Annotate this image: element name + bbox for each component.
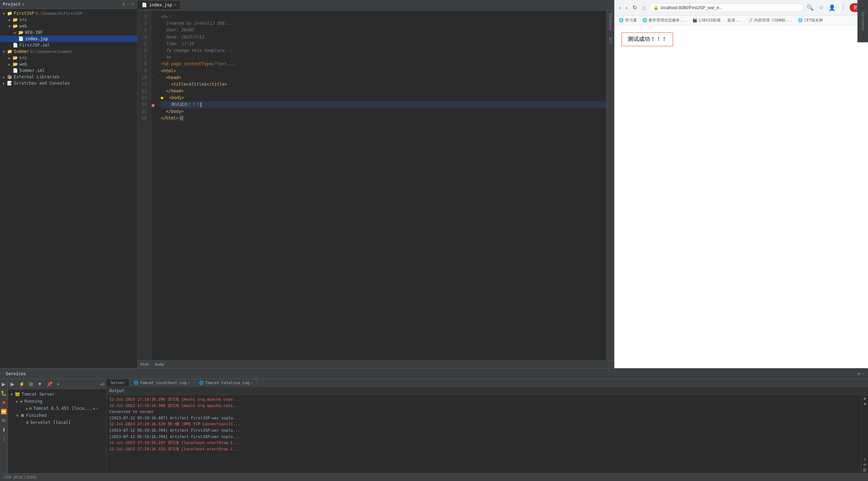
svc-label: Finished (26, 413, 47, 418)
database-side-tab[interactable]: Database (609, 12, 612, 32)
code-line-5: Time: 17:10 (161, 41, 610, 47)
tab-close-icon[interactable]: ✕ (174, 3, 176, 7)
fold-btn-12[interactable]: — (152, 96, 154, 100)
line-numbers: 1 2 3 4 5 6 7 8 9 10 11 12 13 14 15 16 (137, 11, 152, 360)
svc-add-btn[interactable]: + (55, 380, 61, 388)
lib-icon: 📚 (7, 74, 12, 79)
localhost-tab-close[interactable]: ✕ (188, 381, 190, 385)
folder-icon: 📂 (13, 24, 18, 29)
tree-item-web1[interactable]: ▼ 📂 web (0, 23, 137, 29)
address-bar[interactable]: 🔒 localhost:8080/FirstJSP_war_e... (649, 4, 803, 12)
services-settings-icon[interactable]: ⚙ (857, 371, 860, 376)
expand-icon[interactable]: + (132, 2, 134, 7)
bookmark-teaching[interactable]: 🌐 教学管理信息服务... (641, 17, 688, 24)
settings-icon[interactable]: ⚙ (122, 2, 125, 7)
log-line-7: [2023-07-12 05:19:16,704] Artifact First… (109, 434, 858, 440)
wrap-btn[interactable]: ⇄ (863, 463, 867, 467)
log-line-8: 12-Jul-2023 17:19:26.297 淇℃伅 [localhost-… (109, 440, 858, 446)
code-area[interactable]: <%-- Created by IntelliJ IDE... User: 26… (157, 11, 614, 360)
collapse-icon[interactable]: — (127, 2, 130, 7)
stop-btn[interactable]: ■ (1, 399, 6, 406)
tree-item-web2[interactable]: ▶ 📂 web (0, 61, 137, 67)
browser-profile-btn[interactable]: 👤 (827, 4, 837, 12)
breakpoint-dot[interactable]: ● (152, 102, 154, 108)
deploy-btn[interactable]: ⬆ (0, 426, 7, 433)
tree-item-firstjsp[interactable]: ▼ 📁 FirstJSP D:\Ideawork\FirstJSP (0, 10, 137, 17)
svc-tomcat-instance[interactable]: ▶ ⚙ Tomcat 8.5.451 [loca... ▶ ↑ (8, 405, 106, 412)
svc-group-btn[interactable]: ⊞ (27, 380, 35, 388)
tree-item-src2[interactable]: ▶ 📂 src (0, 55, 137, 61)
log-tab-server[interactable]: Server (106, 379, 129, 386)
browser-home-btn[interactable]: ⌂ (641, 4, 647, 12)
breadcrumb-html[interactable]: html (140, 362, 150, 367)
scroll-up-btn[interactable]: ▲ (863, 396, 867, 401)
more-btn[interactable]: ⋮ (0, 436, 8, 443)
code-line-14: 测试成功！！！ (161, 101, 610, 108)
code-line-6: To change this template... (161, 47, 610, 54)
debug-btn[interactable]: 🐛 (0, 390, 8, 397)
clear-log-btn[interactable]: 🗑 (863, 468, 867, 473)
browser-back-btn[interactable]: ‹ (617, 4, 622, 12)
browser-bookmark-btn[interactable]: ☆ (817, 4, 825, 12)
globe-icon3: 🌐 (798, 18, 803, 23)
tree-item-firstjspiml[interactable]: 📄 FirstJSP.iml (0, 42, 137, 48)
reload-btn[interactable]: ↻ (0, 417, 7, 424)
svc-servelet[interactable]: ⚙ Servelet [local] (8, 419, 106, 426)
browser-reload-btn[interactable]: ↻ (631, 4, 638, 12)
scroll-down-btn[interactable]: ▼ (863, 402, 867, 407)
tree-item-summer[interactable]: ▼ 📁 Summer D:\Ideawork\Summer (0, 48, 137, 55)
scroll-to-end-btn[interactable]: ⤓ (863, 457, 867, 462)
browser-search-btn[interactable]: 🔍 (805, 4, 815, 12)
tree-item-summeriml[interactable]: 📄 Summer.iml (0, 67, 137, 74)
bookmark-xuexitong[interactable]: 🌐 学习通 (617, 17, 638, 24)
resume-btn[interactable]: ⏩ (0, 408, 8, 415)
fold-btn-7[interactable]: — (152, 52, 154, 56)
bookmark-csdn[interactable]: 📝 内容管理-CSDN创... (746, 17, 794, 24)
fold-btn-10[interactable]: — (152, 81, 154, 85)
catalina-tab-close[interactable]: ✕ (251, 381, 252, 385)
svc-all-btn[interactable]: ⚡ (17, 380, 26, 388)
log-tabs: Server 🌐 Tomcat Localhost Log ✕ 🌐 Tomcat… (106, 379, 868, 387)
log-line-1: 12-Jul-2023 17:19:16.296 淇℃伅 [main] org.… (109, 396, 858, 403)
editor-tab-indexjsp[interactable]: 📄 index.jsp ✕ (137, 1, 181, 10)
log-content[interactable]: 12-Jul-2023 17:19:16.296 淇℃伅 [main] org.… (106, 395, 861, 473)
log-tab-localhost[interactable]: 🌐 Tomcat Localhost Log ✕ (129, 379, 195, 386)
svc-filter-btn[interactable]: ▼ (36, 380, 44, 388)
code-line-4: Date: 2023/7/12 (161, 34, 610, 41)
browser-forward-btn[interactable]: › (624, 4, 629, 12)
svc-pin-btn[interactable]: 📌 (45, 380, 54, 388)
bookmark-cet[interactable]: 🌐 CET报名网 (796, 17, 824, 24)
bookmark-label3: LIBVIO影视 - 超清... (699, 18, 742, 23)
tomcat-instance-icon: ⚙ (29, 406, 32, 411)
fold-btn-9[interactable]: — (152, 74, 154, 78)
bookmark-libvio[interactable]: 🎬 LIBVIO影视 - 超清... (691, 17, 744, 24)
svc-finished[interactable]: ▼ ⏹ Finished (8, 412, 106, 419)
browser-panel: ‹ › ↻ ⌂ 🔒 localhost:8080/FirstJSP_war_e.… (614, 0, 868, 368)
svc-tomcat-server[interactable]: ▼ 🐱 Tomcat Server (8, 391, 106, 398)
tree-item-extlibs[interactable]: ▶ 📚 External Libraries (0, 74, 137, 80)
browser-menu-btn[interactable]: ⋮ (839, 4, 848, 12)
log-tab-catalina[interactable]: 🌐 Tomcat Catalina Log ✕ (195, 379, 257, 386)
code-line-9: <html> (161, 68, 610, 74)
run-btn[interactable]: ▶ (0, 380, 7, 388)
breadcrumb-body[interactable]: body (155, 362, 164, 367)
log-line-9: 12-Jul-2023 17:19:26.332 淇℃伅 [localhost-… (109, 446, 858, 452)
fold-btn-8[interactable]: — (152, 66, 154, 70)
ant-side-tab[interactable]: Ant (609, 36, 612, 45)
bottom-status-text: CSDN @吃饱了就撑死 (3, 475, 37, 480)
localhost-tab-label: Tomcat Localhost Log (140, 380, 187, 385)
code-line-8: <%@ page contentType="text... (161, 61, 610, 67)
svc-run-btn[interactable]: ▶ (9, 380, 16, 388)
svc-label: Tomcat 8.5.451 [loca... (33, 406, 92, 411)
tree-item-webinf[interactable]: ▶ 📂 WEB-INF (0, 29, 137, 36)
svc-running[interactable]: ▶ ▶ Running (8, 398, 106, 405)
tree-label: web (19, 62, 27, 67)
tree-item-indexjsp[interactable]: 📄 index.jsp (0, 36, 137, 42)
tree-item-scratches[interactable]: ▶ 📝 Scratches and Consoles (0, 80, 137, 86)
services-panel: Services ⚙ — ▶ 🐛 ■ ⏩ ↻ ⬆ ⋮ ▶ ⚡ (0, 368, 868, 481)
services-collapse-icon[interactable]: — (862, 371, 865, 376)
iml-file-icon: 📄 (13, 43, 18, 48)
bookmarks-bar: 🌐 学习通 🌐 教学管理信息服务... 🎬 LIBVIO影视 - 超清... 📝… (615, 16, 868, 25)
breadcrumb-sep: › (151, 362, 154, 367)
tree-item-src1[interactable]: ▶ 📂 src (0, 17, 137, 23)
